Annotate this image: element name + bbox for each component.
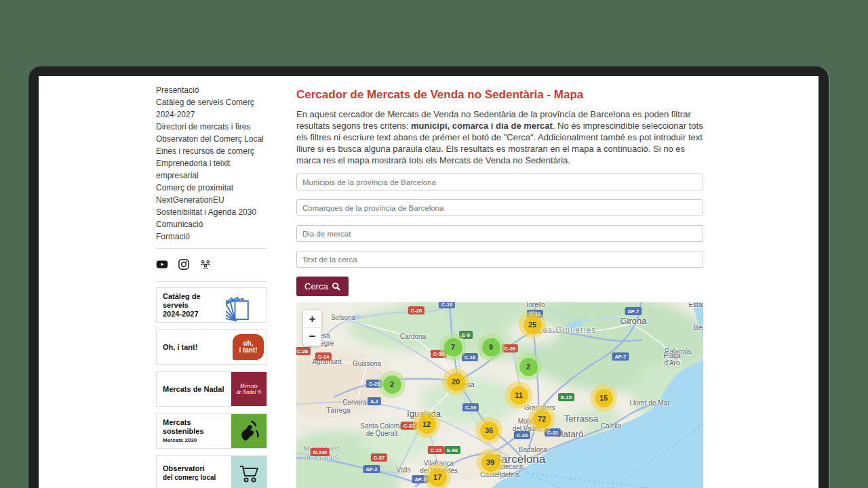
community-network-icon[interactable] (199, 258, 212, 270)
marker-cluster[interactable]: 17 (424, 464, 451, 488)
sidebar-nav-item[interactable]: Presentació (156, 84, 267, 96)
banner-subtitle: del comerç local (163, 473, 216, 482)
banner-subtitle: Mercats 2030 (163, 436, 231, 445)
results-map[interactable]: SolsonaCardonaArtesa de SegreAgramuntGui… (296, 302, 703, 488)
magnifier-icon (332, 282, 340, 291)
marker-cluster[interactable]: 7 (439, 333, 467, 361)
banner-title: Observatori (163, 464, 216, 473)
search-button[interactable]: Cerca (296, 277, 349, 296)
shopping-cart-icon (231, 455, 267, 488)
marker-cluster-count: 7 (444, 338, 462, 357)
sidebar-nav-item[interactable]: Formació (156, 230, 267, 243)
marker-cluster[interactable]: 15 (590, 384, 617, 411)
market-day-input[interactable] (296, 225, 703, 242)
social-links (156, 254, 267, 276)
marker-cluster[interactable]: 12 (413, 411, 440, 438)
fanned-cards-icon (226, 287, 267, 323)
free-text-input[interactable] (296, 251, 703, 268)
marker-cluster[interactable]: 72 (528, 405, 555, 432)
banner-observatori[interactable]: Observatori del comerç local (156, 455, 267, 488)
marker-cluster-count: 72 (533, 410, 551, 428)
sidebar-nav-item[interactable]: Directori de mercats i fires (156, 121, 267, 133)
sidebar-nav-item[interactable]: Observatori del Comerç Local (156, 133, 267, 145)
sidebar-nav-item[interactable]: Sostenibilitat i Agenda 2030 (156, 206, 267, 218)
instagram-icon[interactable] (178, 258, 190, 270)
marker-cluster-count: 15 (595, 389, 613, 407)
sidebar: PresentacióCatàleg de serveis Comerç 202… (156, 84, 267, 488)
marker-cluster-count: 39 (481, 453, 500, 472)
marker-cluster-count: 9 (482, 338, 500, 357)
banner-mercats-sostenibles[interactable]: Mercats sostenibles Mercats 2030 (156, 413, 267, 449)
banner-subtitle: 2024-2027 (163, 310, 226, 319)
page-title: Cercador de Mercats de Venda no Sedentàr… (296, 88, 703, 102)
sidebar-divider (156, 248, 267, 249)
sidebar-nav: PresentacióCatàleg de serveis Comerç 202… (156, 84, 267, 243)
intro-paragraph: En aquest cercador de Mercats de Venda n… (296, 108, 703, 166)
desktop-background: { "sidebar": { "nav_items": [ "Presentac… (0, 0, 868, 488)
mercats-nadal-logo: Mercats de Nadal ® (231, 371, 267, 407)
marker-cluster[interactable]: 2 (378, 371, 406, 398)
marker-cluster[interactable]: 9 (477, 333, 505, 361)
sidebar-nav-item[interactable]: Catàleg de serveis Comerç 2024-2027 (156, 96, 267, 121)
marker-cluster-count: 2 (519, 358, 538, 376)
marker-cluster-count: 12 (418, 415, 436, 434)
banner-oh-i-tant[interactable]: Oh, i tant! oh, i tant! (156, 329, 267, 365)
marker-cluster-count: 20 (447, 373, 465, 391)
comarca-input[interactable] (296, 199, 703, 216)
sidebar-divider (156, 281, 267, 282)
marker-cluster[interactable]: 11 (505, 382, 532, 409)
banner-cataleg-serveis[interactable]: Catàleg de serveis 2024-2027 (156, 287, 267, 323)
municipality-input[interactable] (296, 174, 703, 190)
banner-mercats-nadal[interactable]: Mercats de Nadal Mercats de Nadal ® (156, 371, 267, 407)
banner-title: Catàleg de serveis (163, 292, 226, 310)
zoom-in-button[interactable]: + (303, 310, 321, 328)
zoom-out-button[interactable]: − (303, 328, 321, 346)
banner-title: Mercats de Nadal (163, 385, 224, 394)
monitor-frame: PresentacióCatàleg de serveis Comerç 202… (28, 66, 829, 488)
marker-cluster[interactable]: 36 (475, 417, 502, 444)
marker-cluster-count: 11 (510, 386, 528, 405)
marker-cluster[interactable]: 25 (519, 311, 546, 338)
oh-i-tant-logo: oh, i tant! (233, 334, 264, 360)
youtube-icon[interactable] (156, 258, 168, 270)
marker-cluster-count: 2 (383, 375, 401, 394)
sidebar-nav-item[interactable]: NextGenerationEU (156, 194, 267, 206)
sidebar-nav-item[interactable]: Emprenedoria i teixit empresarial (156, 157, 267, 182)
map-zoom-control: + − (303, 310, 321, 346)
main-content: Cercador de Mercats de Venda no Sedentàr… (296, 83, 703, 488)
marker-cluster[interactable]: 39 (477, 449, 504, 476)
banner-title: Oh, i tant! (163, 343, 197, 352)
marker-cluster[interactable]: 2 (515, 353, 542, 380)
marker-cluster-count: 25 (524, 316, 542, 334)
marker-cluster-count: 17 (429, 468, 447, 487)
marker-cluster-count: 36 (480, 422, 498, 440)
browser-viewport: PresentacióCatàleg de serveis Comerç 202… (39, 76, 818, 488)
snapping-hand-icon (231, 413, 267, 449)
marker-cluster[interactable]: 20 (442, 368, 469, 395)
sidebar-nav-item[interactable]: Comerç de proximitat (156, 182, 267, 194)
sidebar-nav-item[interactable]: Comunicació (156, 218, 267, 230)
sidebar-nav-item[interactable]: Eines i recursos de comerç (156, 145, 267, 157)
banner-title: Mercats sostenibles (163, 418, 231, 436)
